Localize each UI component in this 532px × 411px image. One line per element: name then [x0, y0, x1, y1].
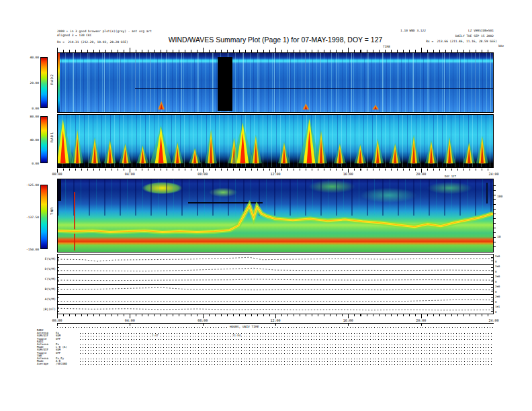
colorbar-tick-label: 40.00	[30, 138, 39, 142]
header-left-line1: 2000 + in 3 good browser plot(s)(grey) -…	[57, 30, 152, 33]
strip-right-tick: 2e0	[495, 265, 500, 268]
colorbar-tick-label: -150.00	[26, 248, 39, 251]
time-tick-label: 20:00	[416, 318, 426, 322]
mid-axis-note: DOY 127	[445, 175, 456, 178]
bottom-dotted-line	[57, 327, 494, 328]
top-axis-major-ticks	[57, 48, 494, 52]
time-tick-label: 12:00	[270, 172, 280, 176]
rad2-colorbar-labels: 40.0020.000.00	[19, 57, 39, 108]
header-right-lz: LZ VERSION=501	[468, 29, 494, 32]
strip-label: |B|(nT)	[43, 308, 56, 311]
strip-right-tick: 0	[495, 270, 496, 273]
dotted-leader	[80, 347, 494, 348]
time-tick-label: 00:00	[52, 318, 62, 322]
dotted-leader	[80, 361, 494, 362]
tnr-spectrogram	[57, 179, 494, 253]
strip-right-tick-labels: 2e002e002e002e002e001e10	[495, 254, 508, 314]
time-tick-label: 20:00	[416, 172, 426, 176]
time-tick-label: 24:00	[488, 318, 498, 322]
colorbar-tick-label: -137.50	[26, 216, 39, 219]
x-axis-title: HOURS, UNIV TIME	[228, 325, 260, 328]
strip-right-tick: 0	[495, 310, 496, 314]
strip-right-tick: 2e0	[495, 275, 500, 278]
dotted-leader	[80, 364, 494, 365]
rad1-colorbar	[40, 116, 48, 163]
header-right-daily: DAILY TUE SEP 15 2002	[455, 34, 494, 38]
colorbar-tick-label: 0.00	[32, 107, 39, 110]
tnr-right-dark-streak	[486, 183, 488, 203]
rad2-colorbar	[40, 57, 48, 108]
strips-right-ticks	[491, 254, 493, 314]
mid-axis-labels: 00:0004:0008:0012:0016:0020:0024:00	[57, 172, 494, 176]
strip-right-tick: 0	[495, 260, 496, 263]
tnr-colorbar-labels: -125.00-137.50-150.00	[19, 185, 39, 249]
time-tick-label: 24:00	[488, 172, 498, 176]
time-tick-label: 04:00	[125, 318, 135, 322]
rad2-spectrogram	[57, 52, 494, 113]
strip-chart	[58, 275, 493, 285]
strip-chart	[58, 285, 493, 295]
tnr-panel-label: TNR	[50, 207, 54, 215]
strip-label: B(V/M)	[45, 287, 56, 291]
config-value: /SECOND	[56, 363, 80, 365]
colorbar-tick-label: 80.00	[30, 115, 39, 118]
dotted-leader	[80, 345, 494, 345]
strip-right-tick: 0	[495, 290, 496, 293]
time-tick-label: 04:00	[125, 172, 135, 176]
time-tick-label: 08:00	[197, 318, 208, 322]
dotted-leader	[80, 336, 494, 336]
freq-unit-label: kHz	[498, 44, 504, 48]
header-right-version: 1.10 WND 3.122	[400, 29, 426, 32]
strip-label: A(V/M)	[45, 298, 56, 301]
dotted-leader	[80, 353, 494, 354]
config-row: Average/SECOND	[37, 363, 494, 365]
wind-waves-summary-plot: 2000 + in 3 good browser plot(s)(grey) -…	[0, 0, 532, 411]
time-tick-label: 08:00	[197, 172, 208, 176]
rad2-data-gap	[218, 57, 232, 111]
colorbar-tick-label: 40.00	[30, 56, 39, 59]
dotted-leader	[80, 350, 494, 351]
rad1-colorbar-labels: 80.0040.000.00	[19, 116, 39, 163]
time-tick-label: 16:00	[343, 318, 353, 322]
strip-chart	[58, 265, 493, 275]
strips-left-ticks	[57, 254, 59, 314]
time-tick-label: 00:00	[52, 172, 62, 176]
rad1-type3-bursts	[58, 115, 493, 167]
time-tick-label: 12:00	[270, 318, 280, 322]
tnr-colorbar	[40, 185, 48, 249]
config-label: Average	[37, 363, 56, 365]
dotted-leader	[80, 333, 494, 334]
strip-label: C(V/M)	[45, 277, 56, 281]
rad1-spectrogram	[57, 114, 494, 168]
bottom-axis-line-ticks	[57, 323, 494, 326]
strip-right-tick: 2e0	[495, 255, 500, 258]
tnr-right-tick-100: 100	[497, 195, 502, 198]
strip-right-tick: 0	[495, 300, 496, 304]
strip-chart	[58, 305, 493, 315]
strip-right-tick: 0	[495, 280, 496, 283]
rad2-burst-spots	[58, 53, 493, 112]
dotted-leader	[80, 359, 494, 359]
strip-labels: E(V/M)D(V/M)C(V/M)B(V/M)A(V/M)|B|(nT)	[30, 254, 56, 314]
strip-right-tick: 2e0	[495, 285, 500, 288]
instrument-config-block: RAD2AntennaExSUM/DIFSUM2:4721:54ToggleOF…	[37, 329, 494, 365]
strip-label: E(V/M)	[45, 257, 56, 261]
strip-right-tick: 1e1	[495, 305, 500, 308]
colorbar-tick-label: -125.00	[26, 183, 39, 187]
strip-chart-stack	[57, 254, 494, 314]
rad2-panel-label: RAD2	[50, 74, 54, 85]
rad1-panel-label: RAD1	[50, 132, 54, 142]
strip-right-tick: 2e0	[495, 295, 500, 298]
colorbar-tick-label: 0.00	[32, 162, 39, 165]
tnr-right-tick-10: 10	[497, 235, 500, 238]
strip-label: D(V/M)	[45, 267, 56, 271]
time-tick-label: 16:00	[343, 172, 353, 176]
strip-chart	[58, 295, 493, 305]
tnr-plasma-frequency-line	[58, 179, 493, 252]
dotted-leader	[80, 339, 494, 340]
header-right-position: Rs = 213.66 (211.46, 11.16, 28.59 GSE)	[426, 40, 497, 43]
bottom-axis-labels: 00:0004:0008:0012:0016:0020:0024:00	[57, 318, 494, 322]
strip-chart	[58, 255, 493, 265]
colorbar-tick-label: 20.00	[30, 81, 39, 85]
tnr-right-log-ticks	[494, 185, 496, 250]
